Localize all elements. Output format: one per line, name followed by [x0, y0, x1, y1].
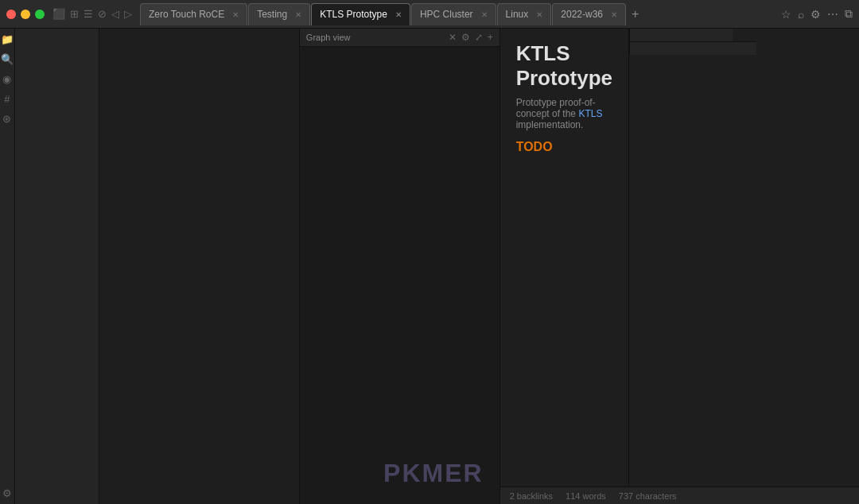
nav-forward-icon[interactable]: ▷ — [124, 8, 132, 20]
backlinks-count: 2 backlinks — [510, 491, 553, 501]
window-controls — [6, 10, 45, 19]
editor-content[interactable] — [123, 29, 299, 504]
graph-svg — [300, 47, 499, 500]
new-tab-button[interactable]: + — [627, 7, 643, 21]
graph-sidebar-icon[interactable]: ◉ — [2, 73, 11, 85]
tab-label: Testing — [257, 9, 287, 20]
search-icon[interactable]: ⊘ — [98, 8, 107, 20]
tab-label: 2022-w36 — [561, 9, 603, 20]
tab-label: HPC Cluster — [420, 9, 473, 20]
tab-close-icon[interactable]: ✕ — [232, 10, 239, 19]
tab-close-icon[interactable]: ✕ — [481, 10, 488, 19]
sidebar-toggle-icon[interactable]: ⬛ — [52, 8, 65, 20]
tab-2022-w36[interactable]: 2022-w36✕ — [552, 3, 626, 25]
word-count: 114 words — [566, 491, 606, 501]
toolbar-icons: ☆ ⌕ ⚙ ⋯ ⧉ — [781, 7, 853, 21]
graph-controls: ✕ ⚙ ⤢ + — [449, 32, 493, 43]
tab-close-icon[interactable]: ✕ — [611, 10, 617, 19]
list-icon[interactable]: ☰ — [84, 8, 93, 20]
bookmark-icon[interactable]: ⊛ — [2, 113, 11, 125]
close-button[interactable] — [6, 10, 16, 19]
tab-close-icon[interactable]: ✕ — [395, 10, 402, 19]
settings-sidebar-icon[interactable]: ⚙ — [2, 487, 12, 499]
settings-icon[interactable]: ⚙ — [810, 8, 821, 21]
content-area: KTLS Prototype Prototype proof-of-concep… — [500, 29, 628, 487]
graph-expand-btn[interactable]: ⤢ — [475, 32, 483, 43]
graph-title-area: Graph view — [306, 33, 351, 42]
tab-zero-touch-roce[interactable]: Zero Touch RoCE✕ — [140, 3, 247, 25]
graph-title-label: Graph view — [306, 33, 351, 42]
right-panel: KTLS Prototype Prototype proof-of-concep… — [500, 29, 859, 504]
window-icon[interactable]: ⧉ — [845, 7, 853, 21]
todo-header: TODO — [516, 140, 612, 154]
file-list — [15, 29, 99, 504]
maximize-button[interactable] — [35, 10, 45, 19]
icon-sidebar: 📁 🔍 ◉ # ⊛ ⚙ — [0, 29, 15, 504]
tab-label: Linux — [506, 9, 529, 20]
title-bar: ⬛ ⊞ ☰ ⊘ ◁ ▷ Zero Touch RoCE✕Testing✕KTLS… — [0, 0, 859, 29]
main-layout: 📁 🔍 ◉ # ⊛ ⚙ Graph view ✕ ⚙ ⤢ + PKMER — [0, 29, 859, 504]
line-numbers — [99, 29, 123, 504]
graph-settings-btn[interactable]: ⚙ — [461, 32, 470, 43]
tags-icon[interactable]: # — [4, 93, 10, 105]
files-icon[interactable]: 📁 — [1, 33, 14, 45]
ktls-link[interactable]: KTLS — [578, 108, 602, 119]
tab-label: KTLS Prototype — [320, 9, 387, 20]
content-title: KTLS Prototype — [516, 41, 612, 91]
calendar-widget — [629, 41, 756, 55]
nav-back-icon[interactable]: ◁ — [111, 8, 119, 20]
search-sidebar-icon[interactable]: 🔍 — [1, 53, 14, 65]
search2-icon[interactable]: ⌕ — [798, 8, 804, 21]
graph-header: Graph view ✕ ⚙ ⤢ + — [300, 29, 499, 47]
tab-close-icon[interactable]: ✕ — [536, 10, 542, 19]
tab-close-icon[interactable]: ✕ — [295, 10, 301, 19]
grid-icon[interactable]: ⊞ — [70, 8, 79, 20]
outline-panel — [629, 29, 733, 41]
tab-bar: Zero Touch RoCE✕Testing✕KTLS Prototype✕H… — [140, 3, 781, 25]
tab-linux[interactable]: Linux✕ — [497, 3, 552, 25]
star-icon[interactable]: ☆ — [781, 8, 791, 21]
tab-testing[interactable]: Testing✕ — [248, 3, 310, 25]
minimize-button[interactable] — [21, 10, 30, 19]
tab-hpc-cluster[interactable]: HPC Cluster✕ — [411, 3, 496, 25]
tab-ktls-prototype[interactable]: KTLS Prototype✕ — [311, 3, 410, 25]
graph-panel: Graph view ✕ ⚙ ⤢ + PKMER — [300, 29, 500, 504]
status-bar: 2 backlinks 114 words 737 characters — [500, 487, 859, 504]
char-count: 737 characters — [619, 491, 677, 501]
more-icon[interactable]: ⋯ — [827, 8, 838, 21]
graph-add-btn[interactable]: + — [488, 32, 493, 43]
graph-close-btn[interactable]: ✕ — [449, 32, 457, 43]
editor-panel — [99, 29, 300, 504]
tab-label: Zero Touch RoCE — [149, 9, 224, 20]
content-subtitle: Prototype proof-of-concept of the KTLS i… — [516, 97, 612, 130]
